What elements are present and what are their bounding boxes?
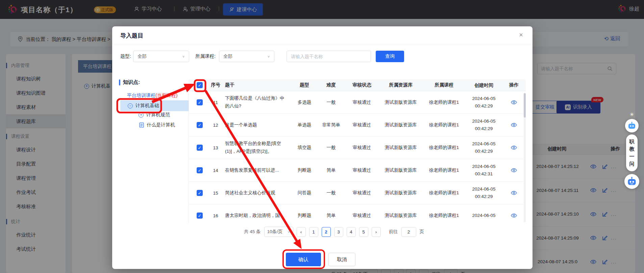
column-header: 序号	[206, 82, 225, 88]
review-status: 审核通过	[345, 122, 379, 128]
assistant-avatar[interactable]	[624, 174, 639, 189]
plus-circle-icon[interactable]: +	[139, 113, 144, 118]
review-status: 审核通过	[345, 190, 379, 196]
confirm-button[interactable]: 确认	[286, 253, 321, 266]
question-stem: 唐太宗时期，政治清明，国	[225, 212, 291, 220]
question-type: 多选题	[291, 99, 318, 105]
questions-table: ✓ 序号 题干 题型 难度 审核状态 所属资源库 所属课程 创建时间 操作 ✓ …	[189, 79, 526, 223]
question-number: 11	[206, 100, 225, 105]
close-icon[interactable]: ×	[519, 31, 523, 39]
preview-eye-icon[interactable]	[502, 168, 526, 173]
modal-header-divider	[112, 44, 532, 44]
create-time: 2024-06-0500:42:29	[466, 118, 502, 132]
total-count: 共 45 条	[244, 229, 261, 235]
preview-eye-icon[interactable]	[502, 145, 526, 150]
owning-course: 徐老师的课程1	[422, 145, 466, 151]
question-row: ✓ 13 智慧职教平台的全称是[填空(1)]，APP是[填空(2)]。 填空题 …	[189, 136, 526, 159]
question-type-select[interactable]: 全部∨	[133, 51, 189, 62]
tree-node-selected[interactable]: − 计算机基础	[120, 100, 189, 111]
question-difficulty: 简单	[318, 213, 345, 219]
resource-library: 测试新版资源库	[379, 122, 422, 128]
tree-root-course[interactable]: 平台培训课程(当前课程)	[127, 93, 177, 99]
question-stem: 在销售发票复核前可以进...	[225, 167, 291, 174]
assistant-char: 教	[629, 146, 635, 152]
create-time: 2024-06-0500:42:29	[466, 140, 502, 155]
question-type: 问答题	[291, 190, 318, 196]
row-checkbox[interactable]: ✓	[197, 122, 203, 128]
resource-library: 测试新版资源库	[379, 99, 422, 105]
prev-page-button[interactable]: ‹	[297, 227, 306, 237]
goto-page-input[interactable]	[401, 227, 416, 237]
question-stem: 这是一个单选题	[225, 121, 291, 129]
modal-title: 导入题目	[120, 32, 143, 40]
question-row: ✓ 11 下面哪几位是《八仙过海》中的八仙? 多选题 一般 审核通过 测试新版资…	[189, 91, 526, 114]
assistant-char: 职	[629, 139, 635, 145]
page-number-button[interactable]: 5	[359, 227, 368, 237]
question-type-label: 题型:	[120, 53, 131, 59]
column-header: 创建时间	[466, 81, 502, 89]
page-size-select[interactable]: 10条/页∨	[264, 227, 293, 237]
chevron-down-icon: ∨	[287, 230, 290, 233]
preview-eye-icon[interactable]	[502, 191, 526, 195]
query-button[interactable]: 查询	[376, 51, 404, 62]
preview-eye-icon[interactable]	[502, 213, 526, 218]
tree-node-child[interactable]: + 计算机规范	[139, 112, 170, 118]
owning-course: 徐老师的课程1	[422, 213, 466, 219]
tree-node-leaf[interactable]: 什么是计算机	[139, 122, 175, 128]
resource-library: 测试新版资源库	[379, 167, 422, 173]
question-type: 判断题	[291, 213, 318, 219]
create-time: 2024-06-0500:42:29	[466, 185, 502, 200]
course-filter-select[interactable]: 全部∨	[219, 51, 274, 62]
create-time: 2024-06-05	[466, 212, 502, 219]
question-number: 16	[206, 213, 225, 218]
minus-circle-icon[interactable]: −	[128, 103, 133, 108]
question-stem: 简述社会主义核心价值观	[225, 189, 291, 197]
column-header: 题干	[225, 81, 291, 89]
question-difficulty: 一般	[318, 145, 345, 151]
review-status: 审核通过	[345, 145, 379, 151]
question-number: 13	[206, 145, 225, 150]
assistant-char: 问	[629, 161, 635, 167]
robot-icon[interactable]	[625, 119, 639, 132]
row-checkbox[interactable]: ✓	[197, 190, 203, 196]
questions-table-header: ✓ 序号 题干 题型 难度 审核状态 所属资源库 所属课程 创建时间 操作	[189, 79, 526, 91]
table-scrollbar-thumb[interactable]	[524, 93, 526, 118]
create-time: 2024-06-0500:42:31	[466, 163, 502, 177]
row-checkbox[interactable]: ✓	[197, 145, 203, 151]
cancel-button[interactable]: 取消	[328, 253, 355, 266]
owning-course: 徐老师的课程1	[422, 99, 466, 105]
preview-eye-icon[interactable]	[502, 100, 526, 105]
page-number-button[interactable]: 4	[347, 227, 356, 237]
question-row: ✓ 16 唐太宗时期，政治清明，国 判断题 简单 审核通过 测试新版资源库 徐老…	[189, 204, 526, 223]
assistant-char: 一	[629, 153, 635, 160]
column-header: 所属课程	[422, 82, 466, 88]
stem-search-input[interactable]	[287, 51, 371, 62]
question-type: 判断题	[291, 167, 318, 173]
question-stem: 下面哪几位是《八仙过海》中的八仙?	[225, 95, 291, 110]
questions-table-body: ✓ 11 下面哪几位是《八仙过海》中的八仙? 多选题 一般 审核通过 测试新版资…	[189, 91, 526, 223]
assistant-vertical-button[interactable]: 职教一问	[626, 134, 638, 171]
row-checkbox[interactable]: ✓	[197, 213, 203, 219]
row-checkbox[interactable]: ✓	[197, 167, 203, 173]
page-number-button[interactable]: 3	[334, 227, 343, 237]
app-root: 项目名称（于1） ★ 正式版 学习中心 | 管理中心 | 建课中心 徐超	[0, 0, 644, 273]
column-header: 审核状态	[345, 82, 379, 88]
goto-label: 前往	[389, 229, 398, 235]
owning-course: 徐老师的课程1	[422, 122, 466, 128]
review-status: 审核通过	[345, 99, 379, 105]
question-row: ✓ 12 这是一个单选题 单选题 非常简单 审核通过 测试新版资源库 徐老师的课…	[189, 114, 526, 136]
question-stem: 智慧职教平台的全称是[填空(1)]，APP是[填空(2)]。	[225, 140, 291, 155]
knowledge-points-title: 知识点:	[123, 79, 140, 85]
owning-course: 徐老师的课程1	[422, 167, 466, 173]
question-type: 填空题	[291, 145, 318, 151]
next-page-button[interactable]: ›	[372, 227, 381, 237]
page-number-button[interactable]: 2	[322, 227, 331, 237]
select-all-checkbox[interactable]: ✓	[197, 82, 203, 88]
page-number-button[interactable]: 1	[309, 227, 318, 237]
preview-eye-icon[interactable]	[502, 123, 526, 127]
resource-library: 测试新版资源库	[379, 213, 422, 219]
row-checkbox[interactable]: ✓	[197, 99, 203, 105]
question-row: ✓ 14 在销售发票复核前可以进... 判断题 简单 审核通过 测试新版资源库 …	[189, 159, 526, 182]
question-row: ✓ 15 简述社会主义核心价值观 问答题 一般 审核通过 测试新版资源库 徐老师…	[189, 182, 526, 204]
review-status: 审核通过	[345, 213, 379, 219]
